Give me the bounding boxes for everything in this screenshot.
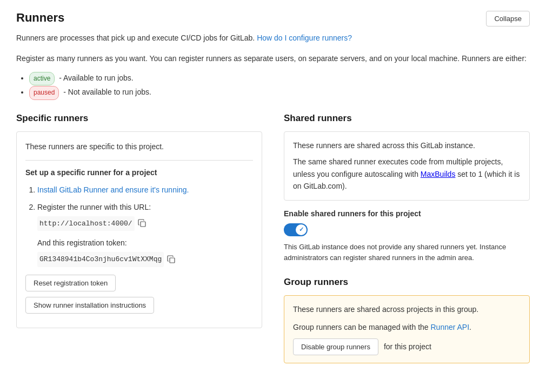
shared-runners-info-2: The same shared runner executes code fro… (293, 156, 521, 192)
page-title: Runners (16, 11, 64, 25)
maxbuilds-link[interactable]: MaxBuilds (421, 170, 456, 178)
group-runners-title: Group runners (284, 277, 530, 288)
configure-runners-link[interactable]: How do I configure runners? (257, 34, 352, 42)
shared-runners-title: Shared runners (284, 113, 530, 124)
show-instructions-button[interactable]: Show runner installation instructions (25, 297, 154, 314)
shared-runners-info-box: These runners are shared across this Git… (284, 131, 530, 201)
shared-runners-info-1: These runners are shared across this Git… (293, 139, 521, 151)
intro-description: Runners are processes that pick up and e… (16, 32, 530, 44)
shared-runners-note: This GitLab instance does not provide an… (284, 242, 530, 264)
setup-step-1: Install GitLab Runner and ensure it's ru… (37, 183, 253, 197)
group-runners-info-1: These runners are shared across projects… (293, 303, 521, 315)
token-label-text: And this registration token: (37, 236, 253, 250)
enable-shared-toggle[interactable]: ✓ (284, 223, 308, 236)
status-paused-item: paused - Not available to run jobs. (29, 85, 530, 100)
copy-token-icon[interactable] (167, 255, 176, 264)
active-description: - Available to run jobs. (59, 74, 134, 82)
copy-url-icon[interactable] (138, 219, 147, 228)
active-badge: active (29, 72, 55, 86)
status-list: active - Available to run jobs. paused -… (29, 71, 530, 100)
enable-shared-label: Enable shared runners for this project (284, 209, 530, 218)
svg-rect-0 (141, 222, 145, 227)
collapse-button[interactable]: Collapse (486, 11, 530, 26)
svg-rect-1 (170, 258, 175, 263)
paused-description: - Not available to run jobs. (63, 88, 151, 96)
for-project-text: for this project (384, 342, 431, 351)
url-line: http://localhost:4000/ (37, 216, 253, 231)
specific-runners-info: These runners are specific to this proje… (25, 141, 253, 152)
specific-runners-title: Specific runners (16, 113, 262, 124)
setup-step-2: Register the runner with this URL: http:… (37, 201, 253, 267)
group-runners-info-2: Group runners can be managed with the Ru… (293, 321, 521, 333)
disable-row: Disable group runners for this project (293, 338, 521, 355)
runner-url: http://localhost:4000/ (37, 216, 135, 231)
setup-steps: Install GitLab Runner and ensure it's ru… (37, 183, 253, 267)
status-active-item: active - Available to run jobs. (29, 71, 530, 86)
main-columns: Specific runners These runners are speci… (16, 113, 530, 363)
token-line: GR1348941b4Co3njhu6cv1WtXXMqg (37, 252, 253, 267)
paused-badge: paused (29, 86, 59, 100)
registration-token: GR1348941b4Co3njhu6cv1WtXXMqg (37, 252, 164, 267)
group-runners-box: These runners are shared across projects… (284, 295, 530, 363)
right-column: Shared runners These runners are shared … (284, 113, 530, 363)
toggle-knob: ✓ (296, 224, 307, 235)
specific-runners-section: Specific runners These runners are speci… (16, 113, 262, 328)
specific-runners-box: These runners are specific to this proje… (16, 131, 262, 328)
reset-token-button[interactable]: Reset registration token (25, 275, 116, 291)
setup-title: Set up a specific runner for a project (25, 168, 253, 177)
runner-api-link[interactable]: Runner API (431, 323, 470, 331)
toggle-container: ✓ (284, 223, 530, 236)
disable-group-runners-button[interactable]: Disable group runners (293, 338, 378, 355)
install-runner-link[interactable]: Install GitLab Runner and ensure it's ru… (37, 185, 189, 194)
register-text: Register as many runners as you want. Yo… (16, 52, 530, 64)
page-header: Runners Collapse (16, 11, 530, 26)
